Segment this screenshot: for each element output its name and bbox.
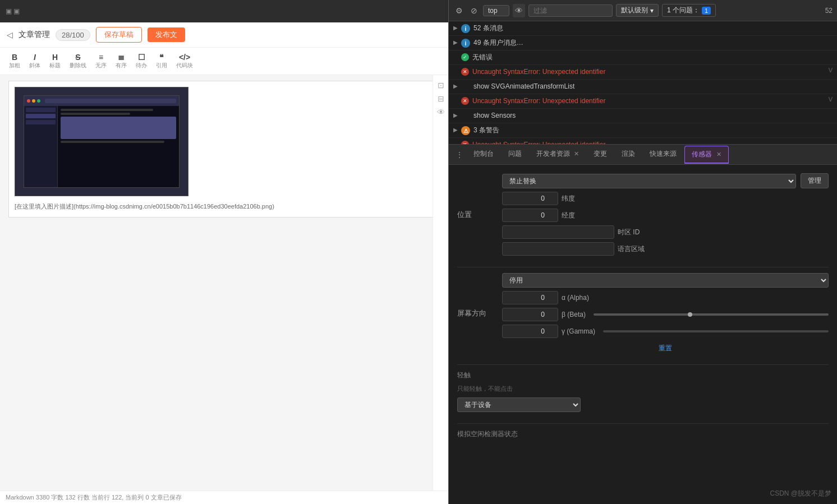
quote-button[interactable]: ❝ 引用	[153, 51, 171, 71]
alpha-row: α (Alpha)	[502, 291, 829, 304]
log-item[interactable]: ▶ ✕ Uncaught SyntaxError: Unexpected ide…	[449, 138, 837, 145]
expand-icon: ▶	[453, 38, 458, 45]
log-text: 3 条警告	[473, 125, 833, 135]
locale-input[interactable]	[502, 242, 614, 256]
back-button[interactable]: ◁	[7, 30, 13, 39]
lat-row: 纬度	[502, 192, 829, 205]
ambient-section: 模拟空闲检测器状态	[457, 429, 829, 439]
image-placeholder: [在这里填入图片描述](https://img-blog.csdnimg.cn/…	[15, 202, 434, 211]
ordered-list-icon: ≣	[118, 53, 125, 62]
devtools-settings-button[interactable]: ⚙	[453, 4, 465, 17]
touch-label: 轻触	[457, 371, 829, 380]
log-text-show-sensors: show Sensors	[473, 110, 833, 121]
beta-slider[interactable]	[594, 313, 829, 316]
tab-devresource[interactable]: 开发者资源 ✕	[530, 146, 586, 163]
manage-button[interactable]: 管理	[801, 173, 829, 188]
gamma-input[interactable]	[502, 325, 558, 338]
divider3	[457, 423, 829, 424]
latitude-input[interactable]	[502, 192, 558, 205]
save-draft-button[interactable]: 保存草稿	[96, 27, 142, 43]
side-icon-2[interactable]: ⊟	[438, 94, 444, 103]
timezone-row: 时区 ID	[502, 225, 829, 239]
filter-input[interactable]	[528, 4, 613, 17]
orientation-select[interactable]: 停用	[502, 273, 829, 288]
locale-label: 语言区域	[618, 244, 645, 254]
log-item[interactable]: ▶ ⚠ 3 条警告	[449, 123, 837, 138]
log-source: V	[824, 67, 833, 73]
position-select-row: 禁止替换 管理	[502, 173, 829, 188]
editor-side-icons: ⊡ ⊟ 👁	[433, 75, 448, 491]
word-count-badge: 28/100	[56, 29, 90, 41]
more-tabs-button[interactable]: ⋮	[453, 148, 466, 161]
lat-label: 纬度	[562, 194, 575, 204]
tab-issues[interactable]: 问题	[502, 146, 528, 163]
strikethrough-button[interactable]: S 删除线	[66, 51, 90, 71]
touch-sublabel: 只能轻触，不能点击	[457, 385, 829, 393]
unordered-list-icon: ≡	[99, 53, 103, 62]
divider2	[457, 364, 829, 365]
sidebar-item-mini	[26, 114, 56, 118]
bold-button[interactable]: B 加粗	[6, 51, 24, 71]
italic-icon: I	[34, 53, 36, 62]
ordered-list-button[interactable]: ≣ 有序	[112, 51, 130, 71]
touch-select[interactable]: 基于设备	[457, 397, 581, 412]
tab-sensors[interactable]: 传感器 ✕	[684, 146, 728, 164]
code-icon: </>	[179, 53, 190, 62]
code-button[interactable]: </> 代码块	[173, 51, 196, 71]
todo-button[interactable]: ☐ 待办	[132, 51, 150, 71]
log-text: show SVGAnimatedTransformList	[473, 81, 833, 91]
unordered-list-button[interactable]: ≡ 无序	[92, 51, 110, 71]
devtools-close-button[interactable]: ⊘	[468, 4, 480, 17]
timezone-input[interactable]	[502, 225, 614, 239]
devtools-tabs: ⋮ 控制台 问题 开发者资源 ✕ 变更 渲染 快速来源 传感器 ✕	[449, 145, 837, 165]
longitude-input[interactable]	[502, 209, 558, 222]
tab-render[interactable]: 渲染	[615, 146, 642, 163]
log-item[interactable]: ▶ ✕ Uncaught SyntaxError: Unexpected ide…	[449, 94, 837, 109]
close-sensors-tab[interactable]: ✕	[716, 151, 721, 158]
log-item[interactable]: ▶ ✕ Uncaught SyntaxError: Unexpected ide…	[449, 65, 837, 80]
level-selector[interactable]: 默认级别 ▾	[616, 4, 659, 17]
position-controls: 禁止替换 管理 纬度 经度 时区 ID	[502, 173, 829, 256]
close-devresource-tab[interactable]: ✕	[574, 150, 579, 157]
dot-yellow	[32, 99, 35, 103]
publish-button[interactable]: 发布文	[148, 27, 185, 42]
editor-topbar: ▣ ▣	[0, 0, 448, 22]
touch-section: 轻触 只能轻触，不能点击 基于设备	[457, 371, 829, 412]
log-text: Uncaught SyntaxError: Unexpected identif…	[472, 67, 824, 77]
alpha-input[interactable]	[502, 291, 558, 304]
log-item[interactable]: ▶ ✓ 无错误	[449, 50, 837, 65]
strikethrough-icon: S	[75, 53, 80, 62]
warn-icon: ⚠	[461, 126, 470, 135]
log-item[interactable]: ▶ i 49 条用户消息…	[449, 36, 837, 50]
preview-screenshot	[15, 87, 188, 196]
tab-console[interactable]: 控制台	[467, 146, 500, 163]
tab-changes[interactable]: 变更	[587, 146, 614, 163]
log-item[interactable]: ▶ i 52 条消息	[449, 21, 837, 36]
gamma-slider[interactable]	[603, 330, 829, 332]
gamma-row: γ (Gamma)	[502, 325, 829, 338]
heading-button[interactable]: H 标题	[46, 51, 64, 71]
side-icon-1[interactable]: ⊡	[438, 81, 444, 90]
italic-button[interactable]: I 斜体	[26, 51, 44, 71]
tab-quick-source[interactable]: 快速来源	[643, 146, 683, 163]
todo-icon: ☐	[138, 53, 145, 62]
preview-sidebar	[24, 106, 58, 187]
top-selector-container: top	[483, 5, 509, 16]
orientation-row: 屏幕方向 停用 α (Alpha) β (Beta)	[457, 273, 829, 353]
beta-input[interactable]	[502, 308, 558, 321]
side-icon-eye[interactable]: 👁	[437, 108, 445, 117]
reset-button[interactable]: 重置	[502, 344, 829, 353]
expand-icon: ▶	[453, 125, 458, 133]
top-selector[interactable]: top	[483, 5, 509, 16]
position-select[interactable]: 禁止替换	[502, 174, 796, 188]
timezone-label: 时区 ID	[618, 228, 640, 237]
info-icon: i	[461, 24, 470, 33]
url-bar	[45, 99, 176, 103]
preview-header	[24, 96, 178, 106]
error-icon: ✕	[461, 97, 469, 105]
log-item-show-sensors[interactable]: ▶ show Sensors	[449, 109, 837, 123]
log-item[interactable]: ▶ show SVGAnimatedTransformList	[449, 80, 837, 94]
eye-button[interactable]: 👁	[513, 4, 525, 17]
preview-main	[58, 106, 178, 187]
dot-red	[27, 99, 30, 103]
